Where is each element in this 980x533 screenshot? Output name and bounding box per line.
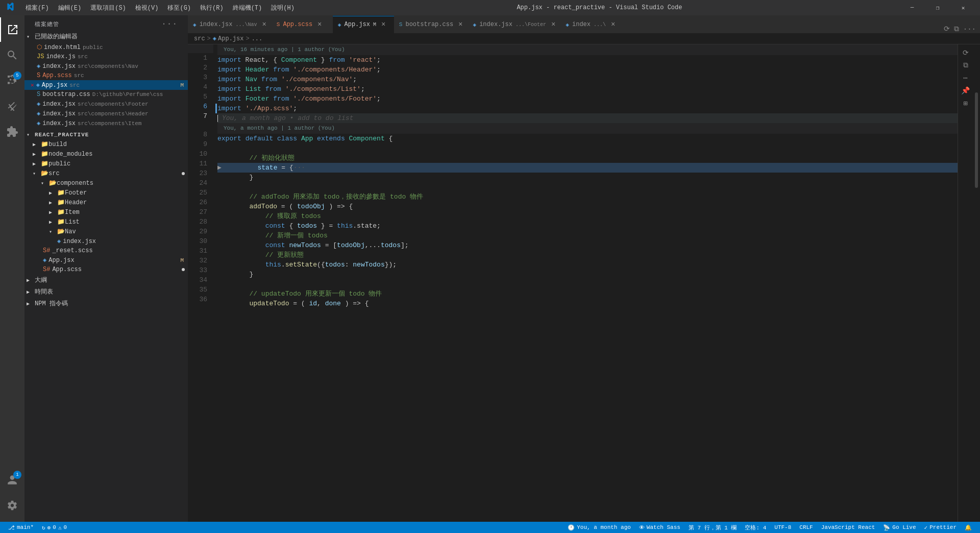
editor-scrollbar[interactable] — [973, 44, 980, 522]
tree-src[interactable]: ▾ 📂 src — [24, 168, 188, 178]
status-spaces[interactable]: 空格: 4 — [741, 522, 770, 533]
tab-close-icon[interactable]: × — [262, 20, 266, 29]
maximize-button[interactable]: ❐ — [926, 0, 949, 15]
opened-editors-section[interactable]: ▾ 已開啟的編輯器 — [24, 31, 188, 42]
history-icon[interactable]: ⟳ — [942, 25, 952, 33]
project-section[interactable]: ▾ REACT_PRACTIVE — [24, 130, 188, 139]
search-icon[interactable] — [0, 43, 24, 67]
source-control-icon[interactable]: 5 — [0, 68, 24, 93]
open-file-index-js[interactable]: JS index.js src — [24, 52, 188, 61]
tab-bootstrap-css[interactable]: S bootstrap.css × — [394, 15, 468, 33]
open-file-index-jsx-footer[interactable]: ◈ index.jsx src\components\Footer — [24, 99, 188, 109]
open-file-index-html[interactable]: ⬡ index.html public — [24, 42, 188, 52]
breadcrumb-src[interactable]: src — [194, 35, 205, 42]
tree-footer[interactable]: ▶ 📁 Footer — [24, 188, 188, 198]
editor-history-icon[interactable]: ⟳ — [963, 49, 969, 57]
open-file-path2: src — [78, 54, 88, 60]
code-content[interactable]: You, 16 minutes ago | 1 author (You) imp… — [213, 44, 958, 522]
open-file-index-jsx-item[interactable]: ◈ index.jsx src\components\Item — [24, 118, 188, 128]
open-file-path3: src\components\Nav — [78, 63, 138, 69]
menu-goto[interactable]: 移至(G) — [163, 3, 195, 13]
status-git-branch[interactable]: ⎇ main* — [4, 522, 38, 533]
tab-close-icon6[interactable]: × — [611, 20, 615, 29]
status-blame[interactable]: 🕐 You, a month ago — [564, 522, 635, 533]
open-file-app-scss[interactable]: S App.scss src — [24, 71, 188, 80]
tree-item-label14: App.scss — [52, 266, 82, 273]
open-file-bootstrap[interactable]: S bootstrap.css D:\github\Perfume\css — [24, 90, 188, 99]
tree-item-folder[interactable]: ▶ 📁 Item — [24, 207, 188, 217]
outline-section[interactable]: ▶ 大綱 — [24, 274, 188, 286]
tree-header-folder[interactable]: ▶ 📁 Header — [24, 198, 188, 207]
minimize-button[interactable]: ─ — [900, 0, 924, 15]
status-sync[interactable]: ↻ ⊗ 0 ⚠ 0 — [38, 522, 71, 533]
tab-close-icon5[interactable]: × — [551, 20, 555, 29]
status-encoding[interactable]: UTF-8 — [770, 522, 795, 533]
tab-close-icon2[interactable]: × — [317, 20, 322, 29]
menu-select[interactable]: 選取項目(S) — [86, 3, 130, 13]
status-line-ending[interactable]: CRLF — [795, 522, 817, 533]
tree-components[interactable]: ▾ 📂 components — [24, 178, 188, 188]
breadcrumb-app-jsx[interactable]: ◈ App.jsx — [213, 35, 244, 42]
account-icon[interactable]: 1 — [0, 468, 24, 492]
open-file-index-jsx-header[interactable]: ◈ index.jsx src\components\Header — [24, 109, 188, 118]
split-editor-icon[interactable]: ⧉ — [952, 25, 961, 33]
tab-index-partial[interactable]: ◈ index ...\ × — [560, 15, 622, 33]
tree-app-jsx-file[interactable]: ◈ App.jsx M — [24, 255, 188, 265]
breadcrumb-more[interactable]: ... — [252, 35, 263, 42]
tab-index-jsx-nav[interactable]: ◈ index.jsx ...\Nav × — [188, 15, 272, 33]
editor-pin-icon[interactable]: 📌 — [961, 86, 970, 95]
tree-nav-folder[interactable]: ▾ 📂 Nav — [24, 227, 188, 236]
tree-app-scss-file[interactable]: S# App.scss — [24, 265, 188, 274]
tree-nav-index-jsx[interactable]: ◈ index.jsx — [24, 236, 188, 246]
editor-more-icon[interactable]: ⋯ — [963, 74, 967, 82]
tab-close-icon4[interactable]: × — [458, 20, 462, 29]
menu-file[interactable]: 檔案(F) — [21, 3, 53, 13]
outline-chevron-icon: ▶ — [27, 277, 33, 283]
scrollbar-thumb[interactable] — [975, 92, 978, 188]
item-chevron-icon: ▶ — [49, 209, 55, 215]
extensions-icon[interactable] — [0, 119, 24, 144]
timeline-section[interactable]: ▶ 時間表 — [24, 286, 188, 298]
open-file-app-jsx[interactable]: ✕ ◈ App.jsx src M — [24, 80, 188, 90]
blame-top-spacer — [188, 44, 213, 53]
close-button[interactable]: ✕ — [951, 0, 975, 15]
tree-list-folder[interactable]: ▶ 📁 List — [24, 217, 188, 227]
expand-icon[interactable]: ▶ — [217, 163, 226, 173]
code-editor[interactable]: 1 2 3 4 5 6 7 8 9 10 11 23 24 25 26 27 2… — [188, 44, 980, 522]
explorer-icon[interactable] — [0, 17, 24, 42]
status-watch-sass[interactable]: 👁 Watch Sass — [635, 522, 684, 533]
tree-reset-scss[interactable]: S# _reset.scss — [24, 246, 188, 255]
more-tabs-icon[interactable]: ··· — [961, 25, 978, 33]
npm-section[interactable]: ▶ NPM 指令碼 — [24, 298, 188, 309]
status-language[interactable]: JavaScript React — [817, 522, 879, 533]
status-cursor-pos[interactable]: 第 7 行，第 1 欄 — [684, 522, 741, 533]
tree-node-modules[interactable]: ▶ 📁 node_modules — [24, 149, 188, 159]
menu-edit[interactable]: 編輯(E) — [54, 3, 86, 13]
editor-split-icon[interactable]: ⧉ — [963, 61, 968, 69]
close-tab-icon[interactable]: ✕ — [31, 82, 34, 88]
tree-build[interactable]: ▶ 📁 build — [24, 139, 188, 149]
notifications-icon: 🔔 — [965, 524, 972, 531]
folder-open-icon2: 📂 — [49, 179, 57, 187]
open-file-path5: src — [69, 82, 80, 88]
tree-public[interactable]: ▶ 📁 public — [24, 159, 188, 168]
settings-gear-icon[interactable] — [0, 493, 24, 518]
sidebar-more-icon[interactable]: ··· — [161, 19, 178, 29]
spaces-label: 空格: 4 — [745, 524, 766, 531]
run-debug-icon[interactable] — [0, 94, 24, 118]
menu-help[interactable]: 說明(H) — [267, 3, 299, 13]
status-notifications[interactable]: 🔔 — [961, 522, 976, 533]
status-golive[interactable]: 📡 Go Live — [879, 522, 920, 533]
open-file-index-jsx-nav[interactable]: ◈ index.jsx src\components\Nav — [24, 61, 188, 71]
tab-app-jsx[interactable]: ◈ App.jsx M × — [333, 15, 394, 33]
tab-close-icon3[interactable]: × — [381, 20, 385, 29]
menu-terminal[interactable]: 終端機(T) — [229, 3, 266, 13]
editor-compare-icon[interactable]: ⊞ — [963, 99, 967, 108]
menu-run[interactable]: 執行(R) — [196, 3, 228, 13]
app-jsx-modified-badge: M — [180, 257, 184, 263]
tab-index-jsx-footer[interactable]: ◈ index.jsx ...\Footer × — [468, 15, 561, 33]
menu-view[interactable]: 檢視(V) — [131, 3, 163, 13]
tab-app-scss[interactable]: S App.scss × — [272, 15, 333, 33]
status-prettier[interactable]: ✓ Prettier — [920, 522, 961, 533]
open-file-path4: src — [74, 72, 84, 79]
